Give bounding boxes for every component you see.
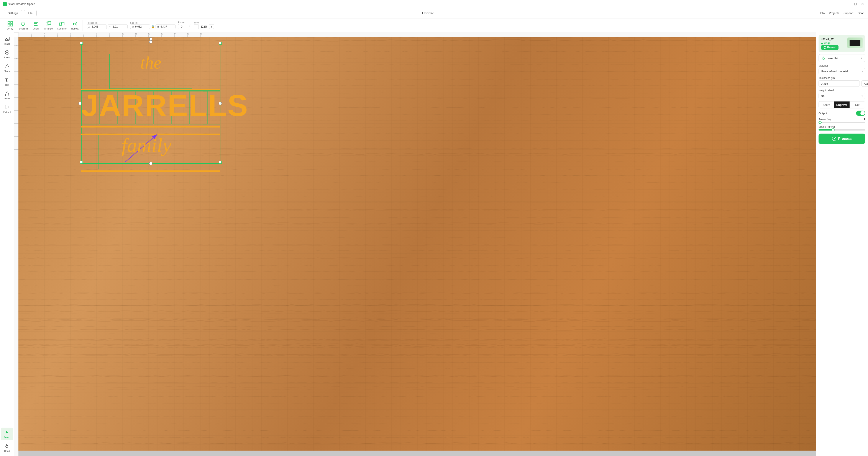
refresh-button[interactable]: Refresh bbox=[821, 45, 838, 50]
svg-point-12 bbox=[61, 23, 62, 24]
w-input[interactable] bbox=[135, 25, 149, 28]
h-input[interactable] bbox=[160, 25, 174, 28]
speed-track[interactable] bbox=[818, 129, 865, 131]
y-axis-label: Y bbox=[109, 25, 112, 28]
rotate-input[interactable] bbox=[180, 25, 188, 29]
minimize-btn[interactable]: — bbox=[845, 2, 851, 6]
menu-nav: Info Projects Support Shop bbox=[820, 11, 864, 15]
nav-info[interactable]: Info bbox=[820, 11, 825, 15]
sidebar-item-image[interactable]: Image bbox=[1, 34, 13, 47]
sidebar-item-insert[interactable]: Insert bbox=[1, 48, 13, 61]
text-icon: T bbox=[4, 77, 10, 83]
right-panel: xTool_M1 ⚙ Wi-Fi Refresh bbox=[816, 32, 868, 456]
material-select[interactable]: User-defined material ▾ bbox=[818, 68, 865, 74]
svg-text:7: 7 bbox=[83, 33, 84, 35]
array-tool[interactable]: Array bbox=[5, 20, 16, 31]
svg-rect-16 bbox=[5, 37, 9, 40]
left-sidebar: Image Insert Shape T Text bbox=[0, 32, 14, 456]
design-layer: the JARRELLS family bbox=[19, 37, 816, 451]
app-window: xTool Creative Space — ⊡ ✕ Settings File… bbox=[0, 0, 868, 456]
hand-icon bbox=[4, 443, 10, 449]
nav-support[interactable]: Support bbox=[843, 11, 854, 15]
laser-flat-dropdown[interactable]: Laser flat ▾ bbox=[818, 54, 865, 62]
text-label: Text bbox=[5, 84, 9, 86]
title-bar-left: xTool Creative Space bbox=[3, 2, 35, 6]
align-tool[interactable]: Align bbox=[30, 20, 42, 31]
sidebar-item-text[interactable]: T Text bbox=[1, 75, 13, 88]
x-axis-label: X bbox=[88, 25, 91, 28]
select-icon bbox=[4, 429, 10, 435]
svg-rect-5 bbox=[34, 22, 38, 23]
height-raised-value: No bbox=[821, 94, 825, 98]
speed-slider-group: Speed (mm/s) bbox=[818, 125, 865, 131]
settings-button[interactable]: Settings bbox=[4, 10, 22, 16]
height-raised-select[interactable]: No ▾ bbox=[818, 93, 865, 99]
power-thumb[interactable] bbox=[818, 121, 822, 124]
sidebar-item-select[interactable]: Select bbox=[1, 428, 13, 441]
score-tab[interactable]: Score bbox=[819, 101, 834, 108]
rotate-label: Rotate bbox=[178, 21, 191, 24]
svg-text:2: 2 bbox=[16, 45, 18, 46]
cut-tab[interactable]: Cut bbox=[849, 101, 865, 108]
height-raised-chevron: ▾ bbox=[862, 95, 863, 98]
extract-label: Extract bbox=[3, 111, 11, 113]
canvas-viewport[interactable]: the JARRELLS family bbox=[19, 37, 816, 451]
svg-text:6: 6 bbox=[70, 33, 71, 35]
sidebar-item-vector[interactable]: Vector bbox=[1, 89, 13, 101]
w-axis-label: W bbox=[132, 25, 135, 28]
zoom-label: Zoom bbox=[194, 22, 214, 24]
device-illustration bbox=[849, 40, 860, 46]
power-track[interactable] bbox=[818, 122, 865, 123]
svg-point-76 bbox=[79, 102, 82, 105]
svg-point-78 bbox=[150, 37, 152, 40]
zoom-in-button[interactable]: + bbox=[209, 24, 214, 29]
combine-tool[interactable]: Combine bbox=[55, 20, 68, 31]
extract-icon bbox=[4, 104, 10, 110]
speed-thumb[interactable] bbox=[832, 128, 835, 131]
shape-icon bbox=[4, 63, 10, 69]
toolbar: Array Smart fill Align Arrange bbox=[0, 19, 868, 32]
reflect-tool[interactable]: Reflect bbox=[69, 20, 81, 31]
svg-rect-26 bbox=[6, 106, 8, 108]
svg-marker-14 bbox=[75, 22, 77, 25]
arrange-tool[interactable]: Arrange bbox=[42, 20, 55, 31]
thickness-group: Thickness (in) Auto-measure bbox=[818, 76, 865, 87]
material-chevron: ▾ bbox=[862, 70, 863, 73]
svg-rect-25 bbox=[5, 105, 9, 109]
window-controls: — ⊡ ✕ bbox=[845, 2, 865, 6]
svg-text:15: 15 bbox=[187, 33, 189, 35]
arrange-icon bbox=[45, 21, 52, 27]
zoom-out-button[interactable]: - bbox=[194, 24, 199, 29]
close-btn[interactable]: ✕ bbox=[860, 2, 865, 6]
nav-shop[interactable]: Shop bbox=[858, 11, 864, 15]
thickness-input[interactable] bbox=[818, 80, 860, 87]
svg-rect-57 bbox=[14, 37, 19, 456]
toggle-dot bbox=[860, 111, 865, 116]
file-button[interactable]: File bbox=[24, 10, 37, 16]
arrange-label: Arrange bbox=[44, 27, 53, 30]
svg-text:4: 4 bbox=[44, 33, 45, 35]
svg-text:3: 3 bbox=[16, 58, 18, 59]
nav-projects[interactable]: Projects bbox=[829, 11, 839, 15]
sidebar-item-extract[interactable]: Extract bbox=[1, 102, 13, 115]
y-input[interactable] bbox=[113, 25, 126, 28]
svg-rect-2 bbox=[8, 24, 10, 26]
canvas-area[interactable]: 3 4 5 6 7 8 9 10 11 12 13 14 15 16 bbox=[14, 32, 816, 456]
combine-label: Combine bbox=[57, 27, 67, 30]
process-button[interactable]: Process bbox=[818, 134, 865, 144]
power-label: Power (%) bbox=[818, 118, 831, 121]
lock-icon[interactable]: 🔒 bbox=[151, 25, 155, 28]
smart-fill-tool[interactable]: Smart fill bbox=[17, 20, 30, 31]
x-input[interactable] bbox=[92, 25, 105, 28]
process-icon bbox=[832, 137, 836, 141]
sidebar-item-hand[interactable]: Hand bbox=[1, 441, 13, 454]
auto-measure-button[interactable]: Auto-measure bbox=[862, 80, 868, 87]
insert-label: Insert bbox=[4, 56, 10, 59]
menu-bar-left: Settings File bbox=[4, 10, 37, 16]
maximize-btn[interactable]: ⊡ bbox=[852, 2, 858, 6]
output-toggle[interactable] bbox=[856, 110, 865, 116]
engrave-tab[interactable]: Engrave bbox=[834, 101, 849, 108]
select-label: Select bbox=[4, 436, 10, 438]
sidebar-item-shape[interactable]: Shape bbox=[1, 61, 13, 74]
svg-text:10: 10 bbox=[122, 33, 124, 35]
